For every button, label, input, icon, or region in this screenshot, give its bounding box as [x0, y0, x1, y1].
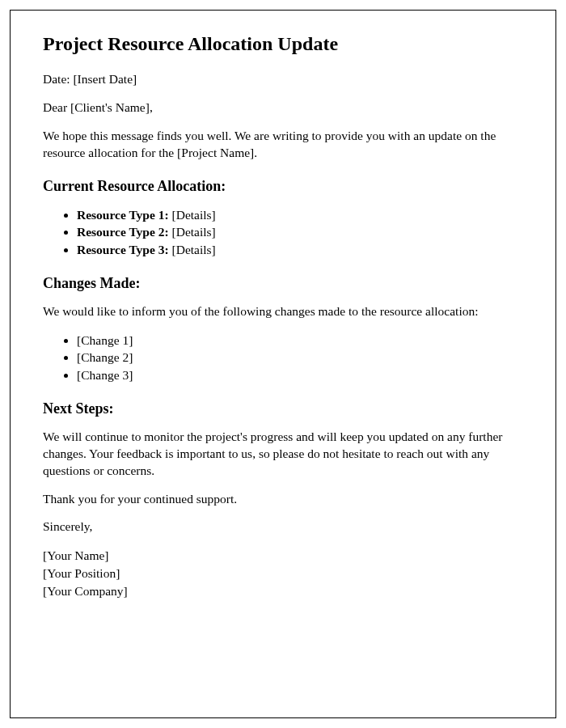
- changes-intro: We would like to inform you of the follo…: [43, 303, 523, 320]
- list-item: [Change 3]: [77, 366, 523, 384]
- intro-paragraph: We hope this message finds you well. We …: [43, 128, 523, 162]
- resource-value: [Details]: [169, 225, 216, 239]
- resource-label: Resource Type 2:: [77, 225, 169, 239]
- resource-value: [Details]: [169, 208, 216, 222]
- list-item: Resource Type 1: [Details]: [77, 206, 523, 224]
- changes-list: [Change 1] [Change 2] [Change 3]: [77, 332, 523, 384]
- signature-name: [Your Name]: [43, 547, 523, 565]
- list-item: Resource Type 3: [Details]: [77, 241, 523, 259]
- page-title: Project Resource Allocation Update: [43, 33, 523, 55]
- section-heading-next-steps: Next Steps:: [43, 400, 523, 417]
- list-item: [Change 1]: [77, 332, 523, 349]
- list-item: [Change 2]: [77, 349, 523, 366]
- signature-position: [Your Position]: [43, 565, 523, 582]
- signature-block: [Your Name] [Your Position] [Your Compan…: [43, 547, 523, 599]
- closing-line: Sincerely,: [43, 518, 523, 535]
- resource-label: Resource Type 3:: [77, 243, 169, 256]
- resource-value: [Details]: [169, 243, 216, 256]
- thanks-line: Thank you for your continued support.: [43, 491, 523, 508]
- resource-label: Resource Type 1:: [77, 208, 169, 222]
- list-item: Resource Type 2: [Details]: [77, 223, 523, 241]
- section-heading-changes-made: Changes Made:: [43, 275, 523, 292]
- date-line: Date: [Insert Date]: [43, 71, 523, 88]
- salutation: Dear [Client's Name],: [43, 99, 523, 116]
- section-heading-current-allocation: Current Resource Allocation:: [43, 178, 523, 195]
- signature-company: [Your Company]: [43, 582, 523, 600]
- resource-list: Resource Type 1: [Details] Resource Type…: [77, 206, 523, 259]
- document-frame: Project Resource Allocation Update Date:…: [10, 10, 556, 718]
- next-steps-body: We will continue to monitor the project'…: [43, 429, 523, 480]
